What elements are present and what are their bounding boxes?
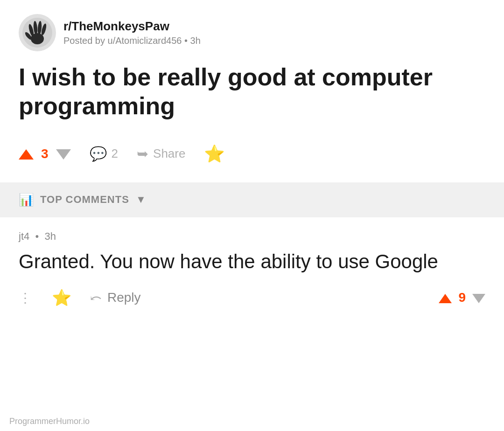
post-header: r/TheMonkeysPaw Posted by u/Atomiclizard… <box>19 14 485 51</box>
comment-vote-section: 9 <box>439 289 485 307</box>
comment-actions: ⋮ ⭐ ⤺ Reply 9 <box>19 288 485 307</box>
save-button[interactable]: ⭐ <box>204 144 225 164</box>
post-byline: Posted by u/Atomiclizard456 • 3h <box>63 35 201 46</box>
upvote-button[interactable] <box>19 144 34 164</box>
comment-downvote-button[interactable] <box>472 289 485 307</box>
comment-text: Granted. You now have the ability to use… <box>19 249 485 275</box>
comment-section: jt4 • 3h Granted. You now have the abili… <box>0 217 504 321</box>
share-icon: ➥ <box>137 146 148 162</box>
post-meta: r/TheMonkeysPaw Posted by u/Atomiclizard… <box>63 19 201 46</box>
site-footer: ProgrammerHumor.io <box>9 417 90 426</box>
vote-count: 3 <box>41 146 49 161</box>
more-options-button[interactable]: ⋮ <box>19 290 33 306</box>
subreddit-avatar[interactable] <box>19 14 56 51</box>
vote-section: 3 <box>19 144 71 164</box>
reply-icon: ⤺ <box>90 290 102 306</box>
comments-button[interactable]: 💬 2 <box>90 146 118 162</box>
comment-author[interactable]: jt4 <box>19 230 29 242</box>
comment-count: 2 <box>112 146 118 161</box>
chevron-down-icon[interactable]: ▼ <box>136 194 146 206</box>
downvote-button[interactable] <box>56 144 71 164</box>
sort-bar: 📊 TOP COMMENTS ▼ <box>0 182 504 217</box>
post-container: r/TheMonkeysPaw Posted by u/Atomiclizard… <box>0 0 504 182</box>
comment-icon: 💬 <box>90 146 107 162</box>
comment-meta: jt4 • 3h <box>19 230 485 243</box>
award-icon: ⭐ <box>204 144 225 163</box>
reply-label: Reply <box>107 290 141 305</box>
comment-upvote-button[interactable] <box>439 289 452 307</box>
sort-icon: 📊 <box>19 193 34 207</box>
share-label: Share <box>153 146 185 161</box>
post-actions: 3 💬 2 ➥ Share ⭐ <box>19 139 485 173</box>
subreddit-name[interactable]: r/TheMonkeysPaw <box>63 19 201 34</box>
share-button[interactable]: ➥ Share <box>137 146 185 162</box>
reply-button[interactable]: ⤺ Reply <box>90 290 141 306</box>
site-name: ProgrammerHumor.io <box>9 417 90 426</box>
post-title: I wish to be really good at computer pro… <box>19 63 485 121</box>
comment-save-button[interactable]: ⭐ <box>52 288 71 307</box>
sort-label: TOP COMMENTS <box>40 194 129 206</box>
comment-vote-count: 9 <box>458 290 466 305</box>
comment-time: 3h <box>44 230 56 242</box>
